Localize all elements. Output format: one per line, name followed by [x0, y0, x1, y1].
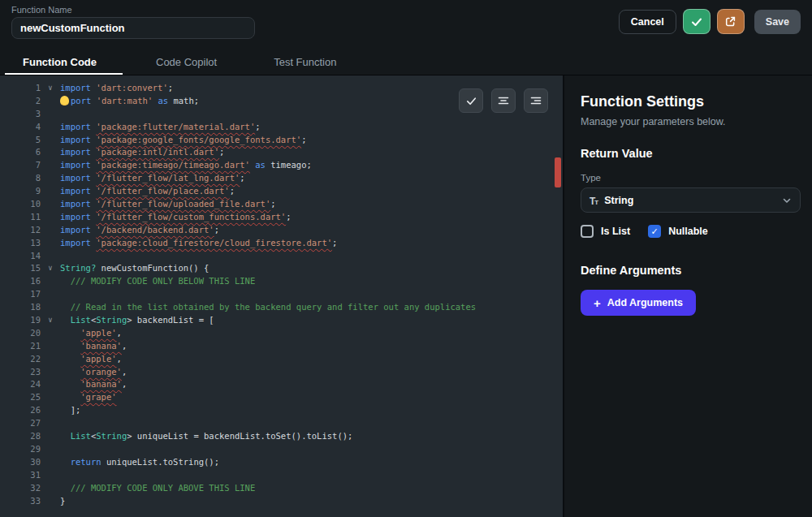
- code-line: 6import 'package:intl/intl.dart';: [0, 146, 553, 159]
- line-number: 7: [0, 159, 41, 172]
- line-number: 2: [0, 95, 41, 108]
- tab-function-code[interactable]: Function Code: [0, 49, 127, 75]
- type-label: Type: [581, 173, 801, 183]
- chevron-down-icon: [782, 196, 792, 205]
- nullable-label: Nullable: [668, 226, 708, 237]
- line-number: 3: [0, 108, 41, 121]
- line-number: 12: [0, 224, 41, 237]
- code-line: 25 'grape': [0, 391, 553, 404]
- line-number: 32: [0, 482, 41, 495]
- line-number: 24: [0, 378, 41, 391]
- code-text: 'grape': [60, 391, 117, 404]
- cancel-button[interactable]: Cancel: [619, 10, 676, 34]
- code-line: 20 'apple',: [0, 327, 553, 340]
- line-number: 17: [0, 288, 41, 301]
- return-value-options: Is List ✓ Nullable: [581, 225, 801, 238]
- return-type-dropdown[interactable]: TT String: [581, 187, 801, 213]
- code-text: 'orange',: [60, 366, 127, 379]
- code-line: 9import '/flutter_flow/place.dart';: [0, 185, 553, 198]
- code-text: import 'package:flutter/material.dart';: [60, 121, 261, 134]
- code-line: 23 'orange',: [0, 366, 553, 379]
- line-number: 4: [0, 121, 41, 134]
- line-number: 6: [0, 146, 41, 159]
- lightbulb-icon[interactable]: [60, 96, 69, 106]
- code-line: 27: [0, 417, 553, 430]
- code-line: 8import '/flutter_flow/lat_lng.dart';: [0, 172, 553, 185]
- define-arguments-title: Define Arguments: [581, 264, 801, 277]
- code-text: import 'package:intl/intl.dart';: [60, 146, 224, 159]
- main-content: 1∨import 'dart:convert';2port 'dart:math…: [0, 75, 812, 517]
- tab-bar: Function Code Code Copilot Test Function: [0, 49, 812, 75]
- check-icon: [465, 95, 477, 107]
- code-line: 16 /// MODIFY CODE ONLY BELOW THIS LINE: [0, 275, 553, 288]
- line-number: 19: [0, 314, 41, 327]
- tab-code-copilot[interactable]: Code Copilot: [127, 49, 245, 75]
- plus-icon: +: [594, 297, 601, 309]
- indent-code-button[interactable]: [524, 88, 548, 113]
- code-text: ];: [60, 404, 80, 417]
- line-number: 8: [0, 172, 41, 185]
- code-line: 32 /// MODIFY CODE ONLY ABOVE THIS LINE: [0, 482, 553, 495]
- code-text: // Read in the list obtained by the back…: [60, 301, 476, 314]
- code-line: 19∨ List<String> backendList = [: [0, 314, 553, 327]
- code-line: 26 ];: [0, 404, 553, 417]
- tab-test-function[interactable]: Test Function: [245, 49, 365, 75]
- line-number: 23: [0, 366, 41, 379]
- code-line: 7import 'package:timeago/timeago.dart' a…: [0, 159, 553, 172]
- line-number: 13: [0, 237, 41, 250]
- function-name-input[interactable]: [11, 17, 255, 39]
- confirm-button[interactable]: [683, 9, 710, 34]
- function-settings-title: Function Settings: [581, 93, 801, 110]
- line-number: 26: [0, 404, 41, 417]
- line-number: 15: [0, 262, 41, 275]
- code-line: 13import 'package:cloud_firestore/cloud_…: [0, 237, 553, 250]
- fold-toggle-icon[interactable]: ∨: [41, 82, 60, 95]
- line-number: 22: [0, 353, 41, 366]
- open-in-new-button[interactable]: [717, 9, 745, 34]
- line-number: 11: [0, 211, 41, 224]
- code-editor[interactable]: 1∨import 'dart:convert';2port 'dart:math…: [0, 75, 564, 517]
- format-code-button[interactable]: [491, 88, 516, 113]
- line-number: 25: [0, 391, 41, 404]
- top-bar: Function Name Cancel Save: [0, 0, 812, 49]
- line-number: 9: [0, 185, 41, 198]
- code-text: import '/backend/backend.dart';: [60, 224, 219, 237]
- code-text: import 'dart:convert';: [60, 82, 173, 95]
- line-number: 14: [0, 250, 41, 263]
- code-text: /// MODIFY CODE ONLY BELOW THIS LINE: [60, 275, 255, 288]
- code-line: 12import '/backend/backend.dart';: [0, 224, 553, 237]
- line-number: 28: [0, 430, 41, 443]
- function-name-label: Function Name: [11, 5, 72, 15]
- save-button[interactable]: Save: [754, 10, 801, 34]
- code-line: 14: [0, 250, 553, 263]
- is-list-checkbox[interactable]: [581, 225, 594, 238]
- code-text: import '/flutter_flow/uploaded_file.dart…: [60, 198, 276, 211]
- fold-toggle-icon[interactable]: ∨: [41, 262, 60, 275]
- line-number: 20: [0, 327, 41, 340]
- line-number: 27: [0, 417, 41, 430]
- line-number: 16: [0, 275, 41, 288]
- code-text: List<String> backendList = [: [60, 314, 214, 327]
- fold-toggle-icon[interactable]: ∨: [41, 314, 60, 327]
- code-line: 11import '/flutter_flow/custom_functions…: [0, 211, 553, 224]
- nullable-checkbox[interactable]: ✓: [648, 225, 661, 238]
- validate-code-button[interactable]: [459, 88, 483, 113]
- scrollbar-error-marker: [555, 157, 561, 187]
- line-number: 21: [0, 340, 41, 353]
- code-line: 33}: [0, 495, 553, 508]
- open-in-new-icon: [724, 15, 736, 28]
- code-line: 24 'banana',: [0, 378, 553, 391]
- code-text: 'apple',: [60, 353, 122, 366]
- code-text: import '/flutter_flow/custom_functions.d…: [60, 211, 292, 224]
- settings-subtitle: Manage your parameters below.: [581, 116, 801, 127]
- return-type-value: String: [604, 195, 775, 206]
- code-line: 5import 'package:google_fonts/google_fon…: [0, 134, 553, 147]
- code-text: List<String> uniqueList = backendList.to…: [60, 430, 352, 443]
- add-arguments-button[interactable]: + Add Arguments: [581, 290, 696, 316]
- line-number: 33: [0, 495, 41, 508]
- code-line: 17: [0, 288, 553, 301]
- code-line: 10import '/flutter_flow/uploaded_file.da…: [0, 198, 553, 211]
- code-text: import '/flutter_flow/lat_lng.dart';: [60, 172, 245, 185]
- code-line: 18 // Read in the list obtained by the b…: [0, 301, 553, 314]
- code-text: 'banana',: [60, 378, 127, 391]
